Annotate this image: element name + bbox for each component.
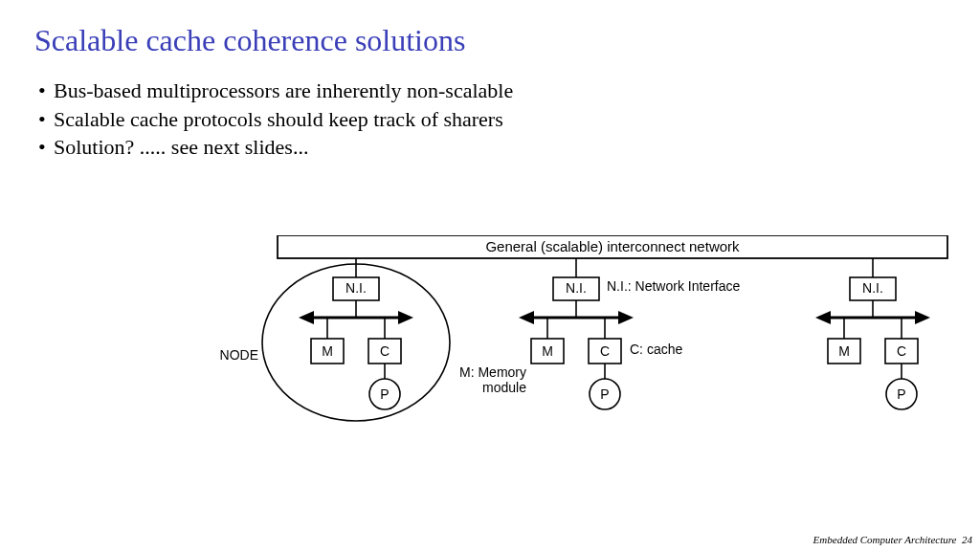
c-label: C [380,343,390,359]
bullet-marker: • [38,105,48,134]
diagram-header: General (scalable) interconnect network [485,238,740,254]
bullet-marker: • [38,77,48,105]
c-label: C [600,343,610,359]
ni-label: N.I. [862,280,883,296]
slide-footer: Embedded Computer Architecture 24 [813,534,972,545]
legend-m-line2: module [482,380,526,395]
diagram-node: N.I. M C P [815,258,930,409]
c-label: C [897,343,906,359]
svg-marker-19 [618,311,634,324]
legend-c: C: cache [630,342,682,357]
diagram-node: N.I. M C P N.I.: Network Interface C: ca… [459,258,740,409]
bullet-text: Solution? ..... see next slides... [54,133,308,162]
svg-marker-6 [299,311,314,324]
ni-label: N.I. [566,280,587,296]
bullet-list: • Bus-based multiprocessors are inherent… [38,77,513,162]
ni-label: N.I. [345,280,367,296]
node-label: NODE [220,347,258,363]
svg-marker-7 [398,311,413,324]
p-label: P [380,386,389,402]
p-label: P [897,386,905,402]
legend-m-line1: M: Memory [459,364,526,380]
bullet-item: • Solution? ..... see next slides... [38,133,513,162]
svg-marker-31 [915,311,930,324]
m-label: M [542,343,553,359]
m-label: M [322,343,333,359]
footer-text: Embedded Computer Architecture [813,534,957,545]
bullet-marker: • [38,133,48,162]
diagram-node: NODE N.I. M C P [220,258,450,421]
svg-marker-30 [815,311,831,324]
footer-page: 24 [962,534,972,545]
bullet-text: Bus-based multiprocessors are inherently… [54,77,513,105]
interconnect-diagram: General (scalable) interconnect network … [220,235,952,446]
p-label: P [600,386,609,402]
m-label: M [838,343,850,359]
page-title: Scalable cache coherence solutions [34,23,465,58]
bullet-item: • Bus-based multiprocessors are inherent… [38,77,513,105]
bullet-text: Scalable cache protocols should keep tra… [54,105,503,134]
svg-marker-18 [519,311,534,324]
bullet-item: • Scalable cache protocols should keep t… [38,105,513,134]
legend-ni: N.I.: Network Interface [607,278,740,294]
